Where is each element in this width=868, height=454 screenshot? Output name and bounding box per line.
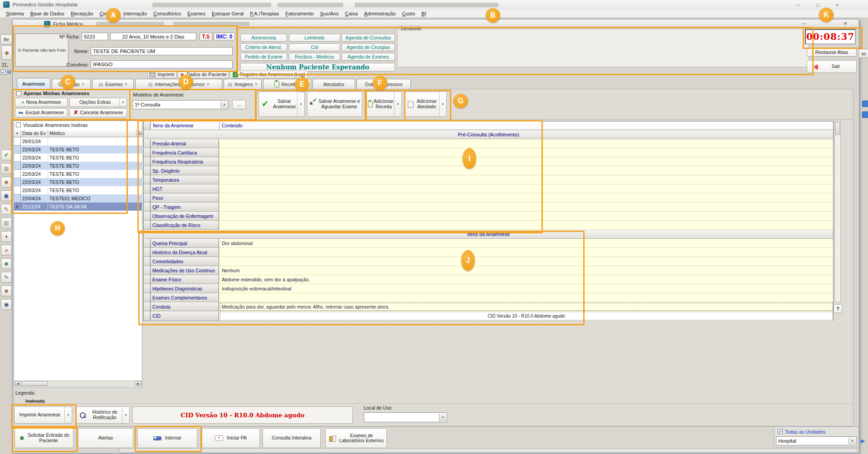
sidebar-camera-icon[interactable]: ▤ bbox=[1, 163, 12, 174]
menu-item-caixa[interactable]: Caixa bbox=[342, 11, 361, 16]
ts-badge[interactable]: T.S bbox=[200, 33, 212, 40]
dados-paciente-button[interactable]: ☻ Dados do Paciente bbox=[178, 71, 229, 78]
sidebar-doctor-icon[interactable]: ☻ bbox=[1, 177, 12, 188]
tab-anamnese[interactable]: Anamnese bbox=[17, 78, 50, 89]
modelos-more-button[interactable]: ... bbox=[232, 100, 246, 109]
historico-retificacao-button[interactable]: Histórico de Retificação ▼ bbox=[76, 406, 130, 424]
scrollbar-thumb[interactable] bbox=[21, 381, 48, 386]
list-item[interactable]: 22/03/24 TESTE BETO bbox=[14, 162, 142, 170]
salvar-aguardar-button[interactable]: a ✔ Salvar Anamnese e Aguardar Exame bbox=[307, 92, 362, 117]
list-item[interactable]: 22/04/24 TESTE01 MEDICO bbox=[14, 194, 142, 203]
sidebar-money-icon[interactable]: ♦ bbox=[1, 231, 12, 242]
internar-button[interactable]: Internar bbox=[137, 428, 197, 448]
table-row[interactable]: Pressão Arterial bbox=[144, 139, 833, 148]
list-horizontal-scrollbar[interactable]: ◀ ▶ bbox=[15, 381, 141, 386]
menu-item-internacao[interactable]: Internação bbox=[120, 11, 150, 16]
column-header-conteudo[interactable]: Conteúdo bbox=[222, 123, 243, 128]
lembrete-box[interactable] bbox=[397, 29, 809, 67]
ficha-number-field[interactable]: 9223 bbox=[82, 33, 108, 40]
column-header-date[interactable]: Data do Ev bbox=[21, 130, 48, 137]
exames-lab-externos-button[interactable]: Exames de Laboratórios Externos bbox=[325, 428, 387, 448]
cid-field[interactable]: CID Versão 10 - R10.0 Abdome agudo bbox=[220, 312, 833, 320]
pedido-exame-button[interactable]: Pedido de Exame bbox=[240, 53, 287, 61]
menu-item-bi[interactable]: BI bbox=[418, 11, 429, 16]
bg-tab-fragment-as[interactable]: as bbox=[858, 49, 868, 58]
sidebar-edit-icon[interactable]: ✎ bbox=[1, 204, 12, 215]
dropdown-icon[interactable]: ▼ bbox=[394, 92, 401, 116]
unidade-combobox[interactable]: Hospital ▼ bbox=[776, 436, 857, 445]
agenda-exames-button[interactable]: Agenda de Exames bbox=[341, 53, 395, 61]
list-item[interactable]: 22/03/24 TESTE BETO bbox=[14, 186, 142, 194]
list-item[interactable]: 26/01/24 bbox=[14, 137, 142, 145]
imprimir-button[interactable]: Imprimir bbox=[147, 71, 176, 78]
tab-consultas[interactable]: Consultas× bbox=[52, 79, 91, 89]
sidebar-printer-icon[interactable]: ▤ bbox=[1, 217, 12, 228]
alertas-button[interactable]: Alertas bbox=[78, 428, 133, 448]
imc-badge[interactable]: IMC: 0 bbox=[214, 33, 235, 40]
sidebar-notebook-icon[interactable]: ▣ bbox=[1, 190, 12, 201]
scroll-right-icon[interactable]: ▶ bbox=[136, 381, 141, 386]
cancelar-anamnese-button[interactable]: ✘ Cancelar Anamnese bbox=[69, 108, 127, 117]
table-row[interactable]: Sp. Oxigênio bbox=[144, 166, 833, 175]
restaurar-abas-button[interactable]: Restaurar Abas bbox=[807, 48, 857, 57]
menu-item-base-de-dados[interactable]: Base de Dados bbox=[27, 11, 68, 16]
tab-exames[interactable]: ▤Exames× bbox=[92, 79, 134, 89]
table-row[interactable]: Medicações de Uso ContínuoNenhum bbox=[144, 266, 833, 275]
todas-unidades-checkbox[interactable]: ✔ bbox=[778, 429, 783, 434]
name-field[interactable]: TESTE DE PACIENTE UM bbox=[91, 47, 233, 55]
list-item[interactable]: 22/03/24 TESTE BETO bbox=[14, 154, 142, 162]
table-vertical-scrollbar[interactable] bbox=[834, 121, 841, 302]
tab-close-icon[interactable]: × bbox=[255, 82, 257, 87]
app-maximize-icon[interactable]: □ bbox=[811, 1, 824, 9]
menu-item-exames[interactable]: Exames bbox=[184, 11, 209, 16]
chevron-down-icon[interactable]: ▼ bbox=[220, 101, 228, 108]
modelos-combobox[interactable]: 1ª Consulta ▼ bbox=[132, 100, 229, 109]
imprimir-anamnese-button[interactable]: Imprimir Anamnese ▼ bbox=[14, 406, 72, 424]
cid-button[interactable]: Cid bbox=[289, 43, 340, 51]
ficha-minimize-icon[interactable]: ─ bbox=[798, 20, 809, 27]
table-row[interactable]: Classificação de Risco bbox=[144, 221, 833, 230]
tab-internacoes[interactable]: ▤Internações e Retornos× bbox=[135, 79, 222, 89]
scroll-play-icon[interactable]: ▶ bbox=[861, 438, 865, 444]
agenda-consultas-button[interactable]: Agenda de Consultas bbox=[341, 34, 395, 42]
menu-item-custo[interactable]: Custo bbox=[399, 11, 419, 16]
opcoes-extras-button[interactable]: Opções Extras ▼ bbox=[69, 98, 127, 107]
menu-item-faturamento[interactable]: Faturamento bbox=[282, 11, 317, 16]
table-row[interactable]: Temperatura bbox=[144, 175, 833, 184]
menu-item-cirurgia[interactable]: Cirurgia bbox=[97, 11, 121, 16]
convenio-field[interactable]: IPASGO bbox=[91, 60, 233, 68]
amenorreia-button[interactable]: Amenorreia bbox=[240, 34, 287, 42]
table-row-conduta[interactable]: CondutaMedicação para dor, aguardar pelo… bbox=[144, 302, 833, 311]
dropdown-icon[interactable]: ▼ bbox=[297, 92, 304, 116]
visualizar-inativas-checkbox[interactable] bbox=[16, 122, 21, 127]
list-item[interactable]: 22/03/24 TESTE BETO bbox=[14, 145, 142, 154]
sidebar-pencil-icon[interactable]: ✎ bbox=[1, 272, 12, 283]
table-row[interactable]: Comorbidades bbox=[144, 257, 833, 266]
table-row[interactable]: Peso bbox=[144, 193, 833, 203]
table-row[interactable]: Queixa PrincipalDor abdominal bbox=[144, 239, 833, 248]
sidebar-check-icon[interactable]: ✔ bbox=[1, 150, 12, 160]
menu-item-recepcao[interactable]: Recepção bbox=[68, 11, 97, 16]
table-row[interactable]: Hipóteses DiagnósticasIndisposição estom… bbox=[144, 284, 833, 293]
adicionar-receita-button[interactable]: Adicionar Receita ▼ bbox=[366, 92, 402, 117]
table-row[interactable]: Histórico da Doença Atual bbox=[144, 248, 833, 257]
tab-close-icon[interactable]: × bbox=[82, 82, 84, 87]
chevron-down-icon[interactable]: ▼ bbox=[848, 437, 856, 444]
column-header-items[interactable]: Ítens da Anamnese bbox=[153, 123, 194, 128]
menu-item-sistema[interactable]: Sistema bbox=[3, 11, 27, 16]
registro-anamneses-button[interactable]: L Registro das Anamneses (Log) bbox=[230, 71, 308, 78]
sidebar-user-icon[interactable]: ☻ bbox=[1, 285, 12, 296]
scrollbar-thumb[interactable] bbox=[835, 122, 840, 135]
bg-checkbox[interactable]: ✔ bbox=[1, 70, 6, 75]
column-header-medico[interactable]: Médico bbox=[48, 130, 137, 137]
table-row-cid[interactable]: CID CID Versão 10 - R10.0 Abdome agudo bbox=[144, 311, 833, 321]
solicitar-entrada-button[interactable]: ☻ Solicitar Entrada do Paciente bbox=[15, 428, 73, 448]
ficha-close-icon[interactable]: × bbox=[840, 20, 851, 27]
column-header-esp[interactable]: Esp bbox=[137, 130, 142, 137]
table-row[interactable]: Exame FísicoAbdome extendido, sem dor à … bbox=[144, 275, 833, 284]
bg-tab-fragment[interactable]: Be bbox=[0, 34, 12, 44]
dropdown-icon[interactable]: ▼ bbox=[119, 98, 127, 106]
table-row[interactable]: Frequência Cardíaca bbox=[144, 148, 833, 157]
help-button[interactable]: ? bbox=[834, 304, 842, 313]
dropdown-icon[interactable]: ▼ bbox=[439, 92, 446, 116]
